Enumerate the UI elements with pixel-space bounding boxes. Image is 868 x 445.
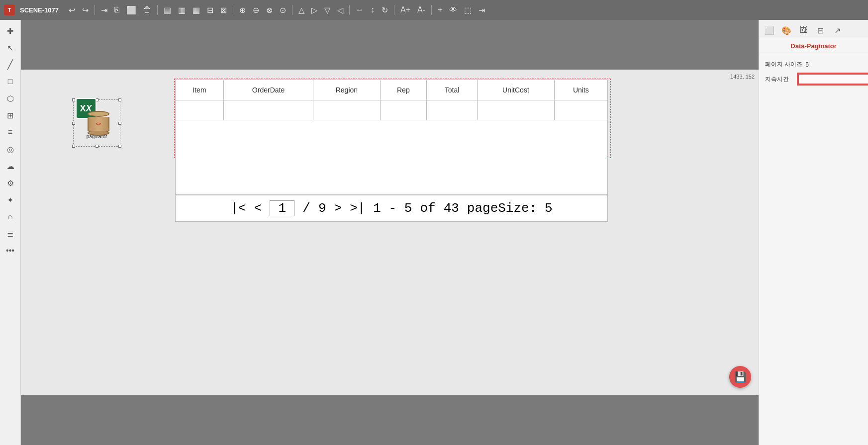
flip-h-button[interactable]: ↔ bbox=[354, 4, 366, 15]
total-pages: 9 bbox=[318, 201, 326, 216]
sidebar-item-menu[interactable]: ≣ bbox=[3, 227, 17, 241]
db-icon: <> bbox=[86, 111, 111, 136]
layout-button[interactable]: ⬚ bbox=[462, 4, 474, 16]
tab-sliders-icon[interactable]: ⊟ bbox=[813, 23, 828, 38]
send-bwd-button[interactable]: ◁ bbox=[335, 4, 345, 16]
right-panel-tabs: ⬜ 🎨 🖼 ⊟ ↗ bbox=[759, 20, 868, 38]
sidebar-item-gear[interactable]: ⚙ bbox=[3, 176, 17, 190]
handle-tl[interactable] bbox=[72, 98, 75, 101]
sidebar-item-add[interactable]: ✚ bbox=[3, 24, 17, 38]
align-right-button[interactable]: ▦ bbox=[191, 4, 202, 16]
align-left-button[interactable]: ▤ bbox=[162, 4, 173, 16]
table-row bbox=[176, 100, 608, 120]
text-larger-button[interactable]: A+ bbox=[398, 4, 412, 15]
cell bbox=[223, 100, 313, 120]
bottom-band bbox=[21, 395, 759, 445]
ungroup-button[interactable]: ⊖ bbox=[251, 4, 261, 16]
page-size-label: 페이지 사이즈 bbox=[765, 60, 802, 69]
tab-image-icon[interactable]: 🖼 bbox=[796, 23, 811, 38]
total-records: 43 bbox=[444, 201, 459, 216]
handle-bc[interactable] bbox=[96, 145, 98, 148]
duration-input[interactable] bbox=[798, 74, 868, 85]
paginator-widget[interactable]: X <> paginator bbox=[73, 99, 120, 147]
sidebar-item-component[interactable]: ✦ bbox=[3, 193, 17, 207]
dist-v-button[interactable]: ⊠ bbox=[218, 4, 229, 16]
redo-button[interactable]: ↪ bbox=[80, 4, 91, 16]
workspace[interactable]: 1433, 152 X bbox=[21, 70, 759, 395]
sidebar-item-cloud[interactable]: ☁ bbox=[3, 159, 17, 173]
col-item: Item bbox=[176, 80, 224, 100]
sidebar-item-table[interactable]: ⊞ bbox=[3, 108, 17, 122]
bring-front-button[interactable]: △ bbox=[296, 4, 306, 16]
last-page-button[interactable]: >| bbox=[350, 201, 365, 216]
undo-button[interactable]: ↩ bbox=[67, 4, 77, 16]
align-center-button[interactable]: ▥ bbox=[176, 4, 188, 16]
right-panel-title: Data-Paginator bbox=[759, 38, 868, 54]
range-dash: - bbox=[389, 201, 397, 216]
sidebar-item-chart[interactable]: ◎ bbox=[3, 142, 17, 156]
canvas-area: 1433, 152 X bbox=[21, 20, 759, 445]
tab-share-icon[interactable]: ↗ bbox=[830, 23, 845, 38]
app-logo: T bbox=[4, 4, 15, 15]
handle-tr[interactable] bbox=[118, 98, 121, 101]
handle-br[interactable] bbox=[118, 145, 121, 148]
right-panel-content: 페이지 사이즈 5 지속시간 bbox=[759, 54, 868, 90]
delete-button[interactable]: 🗑 bbox=[141, 4, 153, 15]
add-button[interactable]: + bbox=[436, 4, 444, 15]
lock-button[interactable]: ⊗ bbox=[264, 4, 275, 16]
scene-title: SCENE-1077 bbox=[20, 6, 59, 14]
sidebar-item-polygon[interactable]: ⬡ bbox=[3, 91, 17, 105]
table-header-row: Item OrderDate Region Rep Total UnitCost… bbox=[176, 80, 608, 100]
send-back-button[interactable]: ▽ bbox=[322, 4, 332, 16]
prev-page-button[interactable]: < bbox=[254, 201, 262, 216]
left-sidebar: ✚ ↖ ╱ □ ⬡ ⊞ ≡ ◎ ☁ ⚙ ✦ ⌂ ≣ ••• bbox=[0, 20, 21, 445]
handle-bl[interactable] bbox=[72, 145, 75, 148]
data-table-container: Item OrderDate Region Rep Total UnitCost… bbox=[175, 80, 608, 222]
of-label: of bbox=[420, 201, 435, 216]
frame-button[interactable]: ⬜ bbox=[124, 4, 138, 16]
toolbar: T SCENE-1077 ↩ ↪ ⇥ ⎘ ⬜ 🗑 ▤ ▥ ▦ ⊟ ⊠ ⊕ ⊖ ⊗… bbox=[0, 0, 868, 20]
text-smaller-button[interactable]: A- bbox=[415, 4, 427, 15]
sidebar-item-cursor[interactable]: ↖ bbox=[3, 41, 17, 55]
flip-v-button[interactable]: ↕ bbox=[369, 4, 377, 15]
tab-palette-icon[interactable]: 🎨 bbox=[779, 23, 794, 38]
col-units: Units bbox=[554, 80, 607, 100]
save-fab-button[interactable]: 💾 bbox=[729, 366, 751, 388]
page-separator: / bbox=[302, 201, 310, 216]
col-orderdate: OrderDate bbox=[223, 80, 313, 100]
cell bbox=[176, 100, 224, 120]
tab-frame-icon[interactable]: ⬜ bbox=[762, 23, 777, 38]
cell bbox=[380, 100, 426, 120]
pagination-bar: |< < / 9 > >| 1 - 5 of 43 pageSize: bbox=[175, 195, 608, 222]
page-input[interactable] bbox=[270, 200, 294, 216]
preview-button[interactable]: 👁 bbox=[447, 4, 459, 15]
fullscreen-button[interactable]: ⇥ bbox=[477, 4, 487, 16]
data-table: Item OrderDate Region Rep Total UnitCost… bbox=[175, 80, 608, 120]
copy-button[interactable]: ⎘ bbox=[112, 4, 121, 15]
bring-fwd-button[interactable]: ▷ bbox=[309, 4, 319, 16]
col-region: Region bbox=[313, 80, 380, 100]
db-code: <> bbox=[96, 121, 101, 126]
sidebar-item-line[interactable]: ╱ bbox=[3, 58, 17, 72]
rotate-button[interactable]: ↻ bbox=[380, 4, 390, 16]
empty-content-area bbox=[175, 120, 608, 195]
dist-h-button[interactable]: ⊟ bbox=[205, 4, 215, 16]
top-band bbox=[21, 20, 759, 70]
sidebar-item-shape[interactable]: □ bbox=[3, 75, 17, 89]
db-top bbox=[88, 111, 109, 117]
sidebar-item-list[interactable]: ≡ bbox=[3, 125, 17, 139]
page-size-row: 페이지 사이즈 5 bbox=[765, 60, 862, 69]
col-unitcost: UnitCost bbox=[478, 80, 555, 100]
handle-ml[interactable] bbox=[72, 122, 75, 125]
coords-display: 1433, 152 bbox=[730, 74, 755, 80]
first-page-button[interactable]: |< bbox=[230, 201, 246, 216]
unlock-button[interactable]: ⊙ bbox=[278, 4, 288, 16]
page-size-value: 5 bbox=[805, 61, 809, 68]
sidebar-item-more[interactable]: ••• bbox=[3, 244, 17, 258]
cell bbox=[313, 100, 380, 120]
pin-button[interactable]: ⇥ bbox=[99, 4, 109, 16]
handle-mr[interactable] bbox=[118, 122, 121, 125]
group-button[interactable]: ⊕ bbox=[237, 4, 248, 16]
next-page-button[interactable]: > bbox=[334, 201, 342, 216]
sidebar-item-home[interactable]: ⌂ bbox=[3, 210, 17, 224]
